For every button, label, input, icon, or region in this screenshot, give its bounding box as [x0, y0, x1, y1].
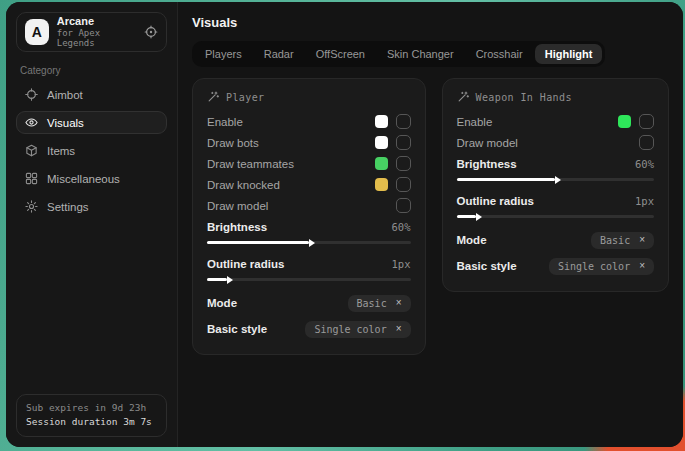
sidebar-item-items[interactable]: Items [16, 139, 167, 162]
selected-value: Basic [600, 235, 630, 246]
weapon-in-hands-panel: Weapon In Hands Enable Draw model [442, 78, 670, 292]
wand-icon [457, 91, 469, 103]
sidebar-item-aimbot[interactable]: Aimbot [16, 83, 167, 106]
tab-crosshair[interactable]: Crosshair [466, 44, 533, 64]
toggle-row-enable: Enable [207, 111, 411, 132]
slider-value: 1px [635, 195, 654, 207]
panel-header: Weapon In Hands [457, 91, 655, 103]
slider-row-outline-radius: Outline radius 1px [207, 253, 411, 274]
category-label: Category [20, 65, 163, 76]
panel-header: Player [207, 91, 411, 103]
checkbox[interactable] [396, 156, 411, 171]
tab-radar[interactable]: Radar [254, 44, 304, 64]
color-swatch[interactable] [375, 178, 388, 191]
brightness-slider[interactable] [457, 178, 655, 181]
app-title: Arcane [57, 15, 136, 28]
checkbox[interactable] [639, 114, 654, 129]
select-row-basic-style: Basic style Single color × [207, 316, 411, 342]
sidebar-item-label: Visuals [47, 117, 84, 129]
slider-label: Brightness [207, 221, 267, 233]
sub-expires-text: Sub expires in 9d 23h [26, 401, 157, 416]
color-swatch[interactable] [618, 115, 631, 128]
toggle-label: Enable [457, 116, 493, 128]
toggle-label: Enable [207, 116, 243, 128]
selected-value: Single color [314, 324, 386, 335]
tab-skin-changer[interactable]: Skin Changer [377, 44, 464, 64]
selected-value: Single color [558, 261, 630, 272]
color-swatch[interactable] [375, 136, 388, 149]
select-label: Basic style [457, 260, 517, 272]
basic-style-select[interactable]: Single color × [305, 321, 410, 338]
slider-thumb[interactable] [555, 176, 561, 184]
gear-icon[interactable] [144, 25, 158, 39]
wand-icon [207, 91, 219, 103]
mode-select[interactable]: Basic × [348, 295, 411, 312]
panels-row: Player Enable Draw bots [192, 78, 669, 355]
app-logo: A [25, 19, 49, 45]
tab-players[interactable]: Players [195, 44, 252, 64]
close-icon[interactable]: × [396, 324, 402, 334]
settings-gear-icon [25, 200, 38, 213]
slider-row-brightness: Brightness 60% [207, 216, 411, 237]
close-icon[interactable]: × [639, 261, 645, 271]
close-icon[interactable]: × [396, 298, 402, 308]
slider-label: Outline radius [457, 195, 534, 207]
basic-style-select[interactable]: Single color × [549, 258, 654, 275]
close-icon[interactable]: × [639, 235, 645, 245]
toggle-row-draw-model: Draw model [457, 132, 655, 153]
page-title: Visuals [192, 15, 669, 30]
mode-select[interactable]: Basic × [591, 232, 654, 249]
app-header-card: A Arcane for Apex Legends [16, 12, 167, 52]
checkbox[interactable] [396, 114, 411, 129]
tab-highlight[interactable]: Highlight [535, 44, 603, 64]
player-panel: Player Enable Draw bots [192, 78, 426, 355]
checkbox[interactable] [396, 135, 411, 150]
checkbox[interactable] [396, 198, 411, 213]
checkbox[interactable] [639, 135, 654, 150]
color-swatch[interactable] [375, 157, 388, 170]
toggle-label: Draw model [207, 200, 268, 212]
toggle-row-enable: Enable [457, 111, 655, 132]
outline-radius-slider[interactable] [457, 215, 655, 218]
select-label: Mode [207, 297, 237, 309]
app-title-block: Arcane for Apex Legends [57, 15, 136, 48]
brightness-slider[interactable] [207, 241, 411, 244]
sidebar-item-settings[interactable]: Settings [16, 195, 167, 218]
sidebar-nav: Aimbot Visuals Items [16, 83, 167, 218]
slider-label: Brightness [457, 158, 517, 170]
toggle-label: Draw bots [207, 137, 259, 149]
slider-value: 60% [392, 221, 411, 233]
select-row-basic-style: Basic style Single color × [457, 253, 655, 279]
toggle-row-draw-knocked: Draw knocked [207, 174, 411, 195]
main-content: Visuals Players Radar OffScreen Skin Cha… [178, 2, 683, 447]
outline-radius-slider[interactable] [207, 278, 411, 281]
cube-icon [25, 144, 38, 157]
slider-thumb[interactable] [309, 239, 315, 247]
app-subtitle: for Apex Legends [57, 28, 136, 49]
toggle-row-draw-model: Draw model [207, 195, 411, 216]
checkbox[interactable] [396, 177, 411, 192]
slider-row-brightness: Brightness 60% [457, 153, 655, 174]
session-duration-text: Session duration 3m 7s [26, 415, 157, 430]
app-window: A Arcane for Apex Legends Category [6, 2, 683, 447]
crosshair-icon [25, 88, 38, 101]
slider-value: 60% [635, 158, 654, 170]
sidebar-item-label: Miscellaneous [47, 173, 120, 185]
slider-row-outline-radius: Outline radius 1px [457, 190, 655, 211]
tab-bar: Players Radar OffScreen Skin Changer Cro… [192, 41, 605, 67]
color-swatch[interactable] [375, 115, 388, 128]
sidebar: A Arcane for Apex Legends Category [6, 2, 178, 447]
selected-value: Basic [357, 298, 387, 309]
slider-value: 1px [392, 258, 411, 270]
slider-thumb[interactable] [476, 213, 482, 221]
select-label: Mode [457, 234, 487, 246]
sidebar-item-visuals[interactable]: Visuals [16, 111, 167, 134]
slider-label: Outline radius [207, 258, 284, 270]
panel-title: Player [226, 92, 265, 103]
toggle-row-draw-bots: Draw bots [207, 132, 411, 153]
slider-thumb[interactable] [227, 276, 233, 284]
tab-offscreen[interactable]: OffScreen [306, 44, 375, 64]
sidebar-item-miscellaneous[interactable]: Miscellaneous [16, 167, 167, 190]
toggle-label: Draw teammates [207, 158, 294, 170]
select-row-mode: Mode Basic × [207, 290, 411, 316]
